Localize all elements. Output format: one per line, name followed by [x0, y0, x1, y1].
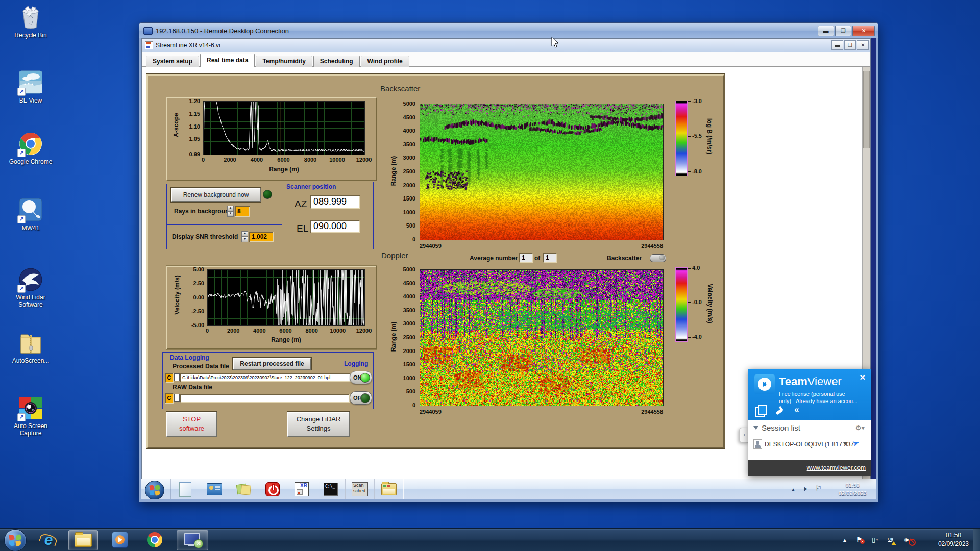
change-lidar-settings-button[interactable]: Change LiDAR Settings [287, 412, 350, 437]
teamviewer-collapse-tab[interactable]: › [739, 428, 749, 443]
vi-close-button[interactable]: ✕ [857, 40, 869, 50]
session-list-caret-icon[interactable] [753, 426, 758, 432]
vi-restore-button[interactable]: ❐ [844, 40, 856, 50]
on-lens [360, 373, 370, 383]
average-number-field[interactable]: 1 [519, 253, 533, 263]
scrollbar-thumb[interactable] [863, 71, 870, 148]
remote-streamline-xr-button[interactable]: XR [287, 479, 316, 499]
desktop-icon-recycle-bin[interactable]: Recycle Bin [4, 5, 57, 39]
remote-speaker-icon[interactable]: 🕨 [802, 484, 806, 493]
session-entry-label[interactable]: DESKTOP-OE0QDVI (1 817 937 [765, 441, 854, 448]
desktop: Recycle Bin↗BL-View↗Google Chrome↗MW41↗W… [0, 0, 980, 551]
ascope-plot-canvas[interactable] [203, 101, 365, 155]
auto-screen-capture-icon: ↗ [18, 396, 43, 420]
remote-display-settings-button[interactable] [200, 479, 229, 499]
renew-background-button[interactable]: Renew background now [171, 188, 261, 202]
rdp-restore-button[interactable]: ❐ [835, 26, 851, 36]
snr-spinner[interactable]: ▲▼ [241, 231, 248, 241]
rays-value-field[interactable]: 8 [235, 206, 250, 217]
el-value-field[interactable]: 090.000 [310, 220, 360, 233]
desktop-icon-mw41[interactable]: ↗MW41 [4, 198, 57, 232]
backscatter-cb-tick-max: -3.0 [688, 98, 702, 104]
session-settings-gear-icon[interactable]: ⚙▾ [855, 424, 865, 432]
rays-spinner[interactable]: ▲▼ [227, 206, 234, 215]
processed-drive-box[interactable]: C [165, 373, 174, 383]
remote-tray-expand-icon[interactable]: ▲ [791, 487, 796, 492]
backscatter-toggle-label: Backscatter [607, 255, 642, 262]
tab-temp-humidity[interactable]: Temp/humidity [256, 56, 312, 67]
taskbar-remote-desktop[interactable]: ⤨ [177, 530, 208, 550]
tray-actioncenter-flag-icon[interactable]: ⚑✕ [856, 536, 863, 543]
rdp-close-button[interactable]: ✕ [852, 26, 875, 36]
bl-view-icon: ↗ [18, 70, 43, 95]
velocity-x-ticks: 020004000600080001000012000 [207, 328, 365, 335]
az-value-field[interactable]: 089.999 [310, 195, 360, 209]
mouse-cursor [551, 37, 560, 49]
y-tick: -5.00 [191, 322, 204, 328]
processed-logging-toggle[interactable]: ON [350, 371, 372, 384]
backscatter-heatmap-canvas[interactable] [420, 104, 664, 240]
remote-actioncenter-flag-icon[interactable]: ⚐ [815, 484, 822, 492]
tab-real-time-data[interactable]: Real time data [200, 54, 255, 67]
remote-folder-button[interactable] [374, 479, 404, 499]
taskbar-chrome[interactable] [142, 530, 167, 549]
vi-minimize-button[interactable]: ▬ [831, 40, 843, 50]
tab-scheduling[interactable]: Scheduling [313, 56, 360, 67]
tray-power-icon[interactable]: ▯⌁ [872, 536, 875, 543]
teamviewer-collapse-icon[interactable]: « [794, 405, 799, 415]
desktop-icon-auto-screen-capture[interactable]: ↗Auto Screen Capture [4, 396, 57, 437]
stop-software-button[interactable]: STOP software [166, 412, 217, 437]
tab-wind-profile[interactable]: Wind profile [361, 56, 409, 67]
remote-sticky-notes-button[interactable] [229, 479, 258, 499]
start-button[interactable] [4, 529, 27, 551]
tray-network-icon[interactable]: 🖳! [887, 536, 894, 543]
rdp-titlebar[interactable]: 192.168.0.150 - Remote Desktop Connectio… [139, 23, 878, 38]
restart-processed-file-button[interactable]: Restart processed file [233, 358, 311, 370]
taskbar-internet-explorer[interactable]: e [36, 530, 61, 549]
data-logging-group: Data Logging Processed Data file Restart… [162, 352, 374, 409]
desktop-icon-label: Recycle Bin [4, 32, 57, 39]
desktop-icon-google-chrome[interactable]: ↗Google Chrome [4, 132, 57, 165]
taskbar-windows-explorer[interactable] [68, 530, 98, 550]
raw-logging-toggle[interactable]: OFF [350, 391, 372, 405]
remote-notepad-button[interactable] [170, 479, 200, 499]
backscatter-cb-tick-min: -8.0 [688, 168, 702, 174]
teamviewer-copy-icon[interactable] [755, 407, 765, 417]
show-desktop-button[interactable] [973, 529, 980, 551]
doppler-x-tick-end: 2944558 [622, 409, 663, 415]
snr-value-field[interactable]: 1.002 [249, 232, 274, 242]
tab-system-setup[interactable]: System setup [146, 56, 199, 67]
remote-command-prompt-button[interactable]: C:\_ [316, 479, 346, 499]
raw-path-field[interactable] [180, 394, 350, 403]
tray-expand-icon[interactable]: ▲ [842, 537, 847, 543]
backscatter-toggle[interactable] [650, 254, 666, 262]
x-tick: 0 [202, 157, 205, 163]
rdp-computer-icon [143, 27, 153, 35]
y-tick: 0.00 [193, 294, 204, 300]
doppler-x-tick-start: 2944059 [420, 409, 442, 415]
raw-drive-box[interactable]: C [165, 393, 174, 404]
doppler-heatmap-canvas[interactable] [420, 269, 664, 406]
rdp-minimize-button[interactable]: ▬ [818, 26, 834, 36]
remote-scan-scheduler-button[interactable]: Scansched [345, 479, 375, 499]
host-clock[interactable]: 01:50 02/09/2023 [938, 531, 969, 548]
remote-start-button[interactable] [145, 481, 164, 499]
scanner-position-legend: Scanner position [286, 183, 336, 190]
taskbar-media-player[interactable] [107, 530, 133, 549]
y-tick: 4500 [403, 114, 415, 120]
teamviewer-close-icon[interactable]: ✕ [859, 373, 866, 382]
remote-power-off-button[interactable] [258, 479, 287, 499]
processed-path-field[interactable]: C:\Lidar\Data\Proc\2023\202309\20230902\… [180, 373, 351, 382]
desktop-icon-bl-view[interactable]: ↗BL-View [4, 70, 57, 104]
session-entry-dropdown-icon[interactable] [843, 442, 847, 447]
tray-volume-muted-icon[interactable]: 🕪 [904, 536, 909, 544]
vi-titlebar[interactable]: StreamLine XR v14-6.vi ▬ ❐ ✕ [142, 39, 870, 52]
teamviewer-brush-icon[interactable] [775, 406, 784, 415]
desktop-icon-autoscreen-zip[interactable]: AutoScreen... [4, 331, 57, 364]
velocity-plot-canvas[interactable] [207, 269, 365, 326]
average-total-field[interactable]: 1 [543, 253, 557, 263]
remote-clock[interactable]: 01:50 02/09/2023 [839, 481, 867, 497]
teamviewer-website-link[interactable]: www.teamviewer.com [807, 464, 866, 471]
doppler-cb-tick-min: -4.0 [688, 334, 702, 340]
desktop-icon-wind-lidar-software[interactable]: ↗Wind Lidar Software [4, 267, 57, 308]
